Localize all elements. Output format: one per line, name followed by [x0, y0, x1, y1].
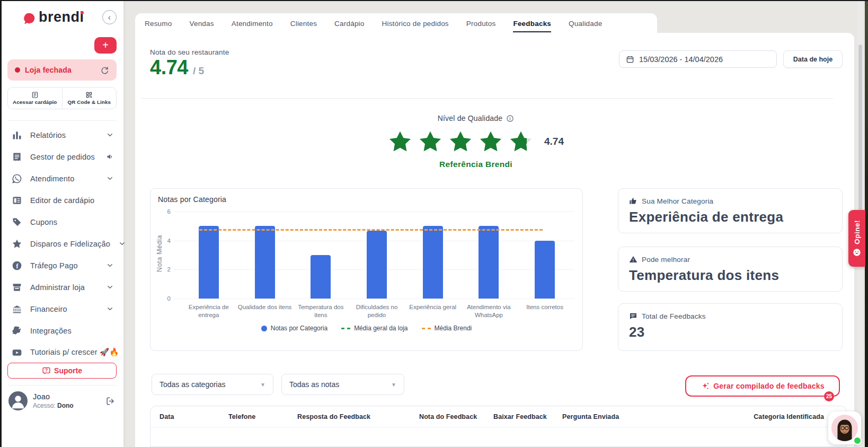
sidebar-item-financeiro[interactable]: Financeiro	[0, 298, 123, 320]
sidebar-item-label: Administrar loja	[30, 283, 98, 292]
calendar-icon	[626, 55, 634, 64]
tab-qualidade[interactable]: Qualidade	[569, 19, 602, 28]
sidebar-item-label: Editor de cardápio	[30, 196, 114, 205]
generate-feedback-summary-button[interactable]: Gerar compilado de feedbacks	[685, 375, 840, 397]
tab-label: Cardápio	[334, 20, 364, 28]
star-rating-value: 4.74	[544, 136, 564, 147]
chevron-down-icon	[118, 240, 126, 248]
chart-category-label: Itens corretos	[516, 303, 574, 311]
notification-badge: 25	[824, 391, 834, 401]
summary-card-value: Experiência de entrega	[629, 209, 831, 225]
sidebar-item-gestor-de-pedidos[interactable]: Gestor de pedidos	[0, 146, 123, 168]
sidebar-item-relatorios[interactable]: Relatórios	[0, 124, 123, 146]
tab-feedbacks[interactable]: Feedbacks	[513, 19, 551, 28]
column-header-resposta-do-feedback: Resposta do Feedback	[297, 413, 370, 420]
date-range-value: 15/03/2026 - 14/04/2026	[639, 55, 723, 64]
column-header-categoria-identificada: Categoria Identificada	[754, 413, 824, 420]
restaurant-score: 4.74 / 5	[150, 56, 204, 79]
support-button[interactable]: ? Suporte	[7, 363, 117, 379]
chart-category-label: Qualidade dos itens	[236, 303, 294, 311]
sidebar-item-disparos-e-fidelizacao[interactable]: Disparos e Fidelização	[0, 233, 123, 255]
window-border-left	[0, 0, 2, 447]
sidebar-item-atendimento[interactable]: Atendimento	[0, 168, 123, 189]
today-button[interactable]: Data de hoje	[783, 50, 843, 68]
header-divider	[141, 98, 833, 99]
menu-book-icon	[12, 195, 22, 206]
category-filter-select[interactable]: Todas as categorias ▼	[152, 374, 273, 395]
notes-filter-value: Todas as notas	[289, 380, 339, 389]
date-range-picker[interactable]: 15/03/2026 - 14/04/2026	[619, 50, 777, 68]
logout-icon[interactable]	[105, 396, 116, 406]
legend-item-media-geral-da-loja: Média geral da loja	[341, 325, 408, 332]
summary-card-pode-melhorar: Pode melhorarTemperatura dos itens	[618, 247, 843, 292]
star-icon	[479, 130, 503, 153]
summary-card-label: Pode melhorar	[642, 256, 690, 264]
chart-card: Notas por Categoria Nota Média 6420Exper…	[150, 188, 583, 351]
question-chat-icon: ?	[42, 366, 51, 375]
quick-action-label: QR Code & Links	[67, 99, 111, 105]
add-button[interactable]: +	[94, 37, 117, 54]
sidebar-item-editor-de-cardapio[interactable]: Editor de cardápio	[0, 189, 123, 211]
column-header-nota-do-feedback: Nota do Feedback	[419, 413, 477, 420]
chart-title: Notas por Categoria	[158, 195, 226, 204]
tab-label: Vendas	[189, 20, 214, 28]
tab-label: Feedbacks	[513, 20, 551, 32]
chevron-down-icon	[106, 174, 114, 182]
sidebar-item-cupons[interactable]: Cupons	[0, 211, 123, 233]
info-icon[interactable]	[506, 115, 514, 122]
tab-atendimento[interactable]: Atendimento	[232, 19, 273, 28]
user-access: Acesso: Dono	[33, 402, 74, 409]
sidebar-item-administrar-loja[interactable]: Administrar loja	[0, 276, 123, 298]
tab-cardapio[interactable]: Cardápio	[334, 19, 364, 28]
column-header-data: Data	[160, 413, 174, 420]
tab-resumo[interactable]: Resumo	[145, 19, 172, 28]
chat-icon	[629, 312, 637, 320]
opine-feedback-tab[interactable]: Opine!	[848, 210, 865, 267]
sidebar-collapse-button[interactable]: ‹	[102, 10, 117, 24]
chart-legend: Notas por CategoriaMédia geral da lojaMé…	[150, 325, 582, 332]
refresh-icon[interactable]	[100, 66, 109, 75]
sidebar-item-label: Tráfego Pago	[30, 261, 98, 270]
quality-title-row: Nível de Qualidade	[438, 114, 515, 122]
tab-label: Produtos	[466, 20, 496, 28]
tab-historico-de-pedidos[interactable]: Histórico de pedidos	[382, 19, 449, 28]
star-icon	[509, 130, 533, 153]
sidebar-item-integracoes[interactable]: Integrações	[0, 320, 123, 341]
tab-produtos[interactable]: Produtos	[466, 19, 496, 28]
qr-code-links-button[interactable]: QR Code & Links	[62, 87, 117, 109]
tab-label: Clientes	[290, 20, 317, 28]
notes-filter-select[interactable]: Todas as notas ▼	[281, 374, 404, 395]
sidebar-quick-actions: Acessar cardápioQR Code & Links	[7, 87, 117, 109]
bank-icon	[12, 304, 22, 314]
summary-card-value: 23	[629, 324, 831, 340]
chart-category-label: Temperatura dos itens	[291, 303, 350, 319]
page-scrollbar-thumb[interactable]	[858, 45, 862, 220]
tab-vendas[interactable]: Vendas	[189, 19, 214, 28]
store-status-pill[interactable]: Loja fechada	[7, 59, 117, 81]
receipt-icon	[12, 152, 22, 162]
column-header-telefone: Telefone	[228, 413, 255, 420]
support-chat-widget[interactable]	[828, 411, 861, 444]
chart-category-label: Experiência geral	[404, 303, 462, 311]
thumbs-up-icon	[629, 197, 637, 205]
speaker-icon[interactable]	[106, 153, 114, 161]
legend-item-media-brendi: Média Brendi	[422, 325, 472, 332]
chart-ytick-label: 6	[158, 208, 171, 215]
sidebar-item-label: Tutoriais p/ crescer 🚀🔥	[30, 348, 119, 357]
sidebar-item-tutoriais-p-crescer[interactable]: Tutoriais p/ crescer 🚀🔥	[0, 341, 123, 363]
sidebar-item-label: Relatórios	[30, 131, 98, 139]
sidebar-item-label: Cupons	[30, 218, 114, 226]
acessar-cardapio-button[interactable]: Acessar cardápio	[8, 87, 62, 109]
sidebar-divider-bottom	[7, 385, 117, 385]
svg-text:f: f	[16, 262, 18, 269]
logo-i-dot	[81, 11, 84, 14]
sidebar-item-trafego-pago[interactable]: fTráfego Pago	[0, 255, 123, 276]
qr-code-icon	[85, 91, 93, 99]
tab-clientes[interactable]: Clientes	[290, 19, 317, 28]
user-avatar	[8, 391, 28, 410]
legend-dash-marker	[341, 328, 350, 329]
quick-action-label: Acessar cardápio	[13, 99, 57, 105]
chevron-down-icon	[106, 261, 114, 269]
user-name: Joao	[33, 392, 74, 401]
chevron-down-icon	[106, 131, 114, 139]
